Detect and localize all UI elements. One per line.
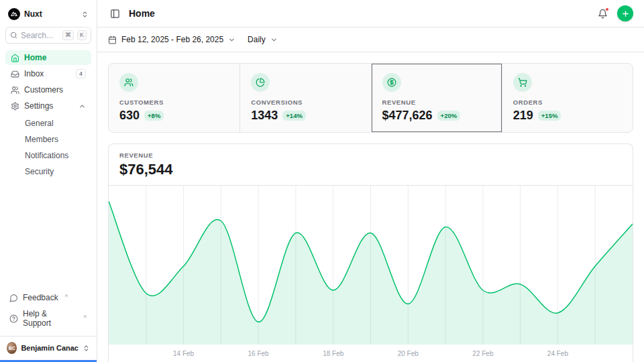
dashboard-content: CUSTOMERS 630 +8% CONVERSIONS 1343 +14% … — [97, 52, 644, 362]
chevron-up-icon — [78, 103, 86, 110]
stats-row: CUSTOMERS 630 +8% CONVERSIONS 1343 +14% … — [108, 63, 633, 133]
header-actions — [596, 5, 633, 21]
stat-label: ORDERS — [513, 99, 622, 106]
sidebar-nav: Home Inbox 4 Customers Settings General … — [5, 50, 91, 179]
stat-value: 1343 — [251, 109, 278, 123]
user-name: Benjamin Canac — [21, 344, 78, 352]
stat-card-orders[interactable]: ORDERS 219 +15% — [502, 64, 633, 132]
filters-toolbar: Feb 12, 2025 - Feb 26, 2025 Daily — [97, 27, 644, 52]
stat-value: $477,626 — [382, 109, 433, 123]
svg-text:16 Feb: 16 Feb — [248, 350, 270, 357]
chevron-down-icon — [228, 36, 235, 44]
search-input[interactable]: Search... ⌘ K — [5, 27, 91, 44]
search-icon — [10, 32, 17, 39]
inbox-icon — [11, 70, 19, 78]
calendar-icon — [108, 36, 117, 44]
kbd-cmd: ⌘ — [62, 30, 74, 40]
stat-delta-badge: +8% — [144, 111, 164, 121]
chevrons-up-down-icon — [81, 11, 89, 18]
help-support-label: Help & Support — [23, 309, 77, 328]
sidebar-item-general[interactable]: General — [5, 116, 91, 131]
chevrons-up-down-icon — [83, 345, 90, 352]
gear-icon — [11, 102, 19, 111]
arrow-up-right-icon — [64, 294, 68, 298]
plus-icon — [621, 9, 630, 18]
stat-card-revenue[interactable]: REVENUE $477,626 +20% — [371, 64, 502, 132]
users-icon — [11, 86, 19, 95]
svg-text:18 Feb: 18 Feb — [323, 350, 344, 357]
sidebar-item-notifications[interactable]: Notifications — [5, 148, 91, 163]
revenue-chart-card: REVENUE $76,544 14 Feb16 Feb18 Feb20 Feb… — [108, 143, 633, 362]
settings-subnav: General Members Notifications Security — [5, 116, 91, 179]
inbox-count-badge: 4 — [76, 69, 86, 78]
help-circle-icon — [9, 314, 18, 323]
svg-text:14 Feb: 14 Feb — [173, 350, 195, 357]
main-panel: Home Feb 12, 2025 - Feb 26, 2025 Daily C… — [97, 0, 644, 362]
kbd-k: K — [77, 30, 87, 40]
add-button[interactable] — [617, 5, 633, 21]
sidebar-item-settings[interactable]: Settings — [5, 99, 91, 113]
sidebar-item-home[interactable]: Home — [5, 50, 91, 65]
stat-delta-badge: +20% — [437, 111, 461, 121]
stat-label: CUSTOMERS — [119, 99, 229, 106]
revenue-chart-value: $76,544 — [119, 161, 622, 178]
page-title: Home — [129, 8, 155, 19]
avatar: BC — [7, 342, 17, 354]
revenue-chart-header: REVENUE $76,544 — [109, 144, 633, 186]
svg-text:20 Feb: 20 Feb — [398, 350, 419, 357]
panel-left-icon — [110, 9, 120, 19]
notifications-button[interactable] — [596, 7, 609, 20]
date-range-picker[interactable]: Feb 12, 2025 - Feb 26, 2025 — [108, 35, 235, 44]
page-header: Home — [97, 0, 644, 27]
home-icon — [11, 54, 19, 62]
sidebar-item-label: Inbox — [24, 69, 44, 78]
sidebar-footer: Feedback Help & Support — [5, 290, 91, 330]
stat-delta-badge: +15% — [538, 111, 561, 121]
users-icon — [119, 73, 138, 92]
sidebar-item-members[interactable]: Members — [5, 132, 91, 147]
stat-label: CONVERSIONS — [251, 99, 360, 106]
user-menu[interactable]: BC Benjamin Canac — [0, 336, 97, 357]
date-range-label: Feb 12, 2025 - Feb 26, 2025 — [121, 35, 223, 44]
help-support-link[interactable]: Help & Support — [5, 306, 91, 330]
sidebar-item-security[interactable]: Security — [5, 164, 91, 179]
sidebar: Nuxt Search... ⌘ K Home Inbox 4 Customer… — [0, 0, 97, 362]
chevron-down-icon — [270, 36, 278, 44]
shopping-cart-icon — [513, 73, 532, 92]
feedback-label: Feedback — [23, 293, 58, 302]
sidebar-item-inbox[interactable]: Inbox 4 — [5, 66, 91, 81]
workspace-switcher[interactable]: Nuxt — [5, 7, 91, 21]
arrow-up-right-icon — [83, 314, 87, 319]
svg-text:24 Feb: 24 Feb — [547, 350, 569, 357]
collapse-sidebar-button[interactable] — [108, 7, 122, 21]
stat-delta-badge: +14% — [282, 111, 306, 121]
stat-value: 630 — [119, 109, 140, 123]
stat-card-customers[interactable]: CUSTOMERS 630 +8% — [109, 64, 239, 132]
sidebar-item-label: Home — [24, 53, 46, 62]
workspace-name: Nuxt — [24, 9, 42, 19]
sidebar-item-label: Customers — [24, 85, 63, 95]
revenue-area-chart[interactable]: 14 Feb16 Feb18 Feb20 Feb22 Feb24 Feb — [109, 186, 633, 362]
search-placeholder: Search... — [21, 31, 59, 40]
pie-chart-icon — [251, 73, 270, 92]
period-label: Daily — [248, 35, 266, 44]
revenue-chart-label: REVENUE — [119, 152, 622, 159]
nuxt-logo-icon — [8, 8, 20, 20]
period-select[interactable]: Daily — [248, 35, 278, 44]
stat-value: 219 — [513, 109, 533, 123]
stat-label: REVENUE — [382, 99, 491, 106]
stat-card-conversions[interactable]: CONVERSIONS 1343 +14% — [239, 64, 370, 132]
svg-text:22 Feb: 22 Feb — [472, 350, 494, 357]
feedback-link[interactable]: Feedback — [5, 290, 91, 305]
notification-dot — [605, 7, 609, 11]
circle-dollar-icon — [382, 73, 401, 92]
sidebar-item-label: Settings — [24, 101, 53, 111]
sidebar-item-customers[interactable]: Customers — [5, 82, 91, 97]
message-icon — [9, 294, 18, 302]
